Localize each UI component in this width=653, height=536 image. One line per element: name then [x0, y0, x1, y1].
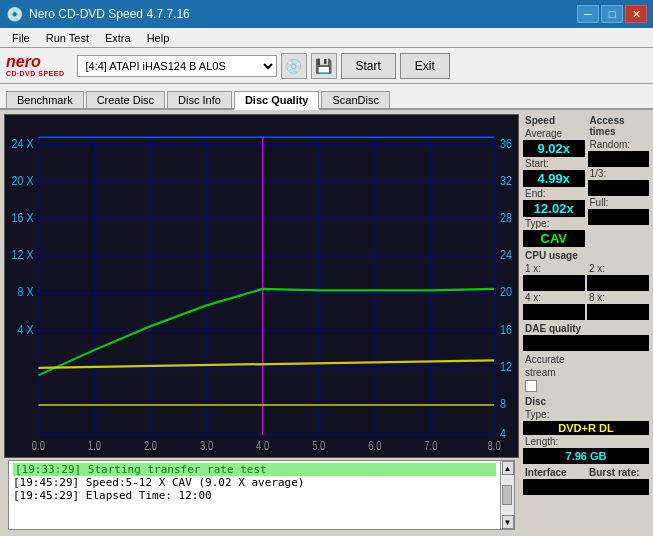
cpu-row: 1 x: 2 x: [523, 262, 649, 291]
log-scrollbar: ▲ ▼ [500, 461, 514, 529]
end-row: End: [523, 187, 585, 200]
start-value: 4.99x [523, 170, 585, 187]
scroll-thumb[interactable] [502, 485, 512, 505]
cpu-1x-label: 1 x: [523, 262, 585, 275]
accurate-label: Accurate [523, 353, 649, 366]
svg-text:0.0: 0.0 [32, 439, 45, 452]
start-button[interactable]: Start [341, 53, 396, 79]
tab-disc-quality[interactable]: Disc Quality [234, 91, 320, 110]
title-bar: 💿 Nero CD-DVD Speed 4.7.7.16 ─ □ ✕ [0, 0, 653, 28]
log-line-1: [19:33:29] Starting transfer rate test [13, 463, 496, 476]
svg-text:28: 28 [500, 210, 512, 225]
svg-text:12 X: 12 X [12, 247, 34, 262]
svg-text:7.0: 7.0 [424, 439, 437, 452]
tab-create-disc[interactable]: Create Disc [86, 91, 165, 108]
disc-length-value: 7.96 GB [523, 448, 649, 464]
cpu-4x-value [523, 304, 585, 320]
speed-label: Speed [523, 114, 585, 127]
log-area: [19:33:29] Starting transfer rate test [… [8, 460, 515, 530]
cpu-8x-value [587, 304, 649, 320]
disc-label: Disc [523, 395, 649, 408]
logo: nero CD·DVD SPEED [6, 54, 65, 77]
svg-text:16 X: 16 X [12, 210, 34, 225]
svg-text:1.0: 1.0 [88, 439, 101, 452]
menu-bar: File Run Test Extra Help [0, 28, 653, 48]
cpu-1x-value [523, 275, 585, 291]
scroll-down-button[interactable]: ▼ [502, 515, 514, 529]
svg-text:4.0: 4.0 [256, 439, 269, 452]
svg-text:6.0: 6.0 [368, 439, 381, 452]
svg-text:4 X: 4 X [18, 321, 34, 336]
cpu-8x-label: 8 x: [587, 291, 649, 304]
accurate-stream-checkbox-area [523, 379, 649, 393]
menu-extra[interactable]: Extra [97, 31, 139, 45]
right-panel: Speed Average 9.02x Start: 4.99x End: 12… [523, 110, 653, 536]
average-value: 9.02x [523, 140, 585, 157]
app-icon: 💿 [6, 6, 23, 22]
svg-rect-0 [5, 115, 518, 457]
svg-text:16: 16 [500, 321, 512, 336]
maximize-button[interactable]: □ [601, 5, 623, 23]
exit-button[interactable]: Exit [400, 53, 450, 79]
burst-col: Burst rate: [587, 466, 649, 479]
cpu-2x-col: 2 x: [587, 262, 649, 291]
interface-col: Interface [523, 466, 585, 479]
tab-disc-info[interactable]: Disc Info [167, 91, 232, 108]
save-icon-button[interactable]: 💾 [311, 53, 337, 79]
type-label: Type: [523, 217, 585, 230]
random-label: Random: [588, 138, 650, 151]
accurate-stream-checkbox[interactable] [525, 380, 537, 392]
start-label: Start: [523, 157, 551, 170]
svg-text:24: 24 [500, 247, 512, 262]
cpu-2x-value [587, 275, 649, 291]
full-value [588, 209, 650, 225]
dae-label: DAE quality [523, 322, 649, 335]
onethird-label: 1/3: [588, 167, 650, 180]
svg-text:12: 12 [500, 359, 512, 374]
access-times-label: Access times [588, 114, 650, 138]
disc-type-value: DVD+R DL [523, 421, 649, 435]
drive-select[interactable]: [4:4] ATAPI iHAS124 B AL0S [77, 55, 277, 77]
tab-scandisc[interactable]: ScanDisc [321, 91, 389, 108]
minimize-button[interactable]: ─ [577, 5, 599, 23]
cpu-4x-label: 4 x: [523, 291, 585, 304]
chart-area: 24 X 20 X 16 X 12 X 8 X 4 X 36 32 28 24 … [0, 110, 523, 536]
full-label: Full: [588, 196, 650, 209]
end-label: End: [523, 187, 548, 200]
app-title: Nero CD-DVD Speed 4.7.7.16 [29, 7, 190, 21]
svg-text:8 X: 8 X [18, 284, 34, 299]
interface-burst-row: Interface Burst rate: [523, 466, 649, 479]
dae-section: DAE quality [523, 322, 649, 351]
dae-value [523, 335, 649, 351]
tab-benchmark[interactable]: Benchmark [6, 91, 84, 108]
cpu-section: CPU usage 1 x: 2 x: 4 x: 8 x: [523, 249, 649, 320]
title-bar-left: 💿 Nero CD-DVD Speed 4.7.7.16 [6, 6, 190, 22]
cpu-row2: 4 x: 8 x: [523, 291, 649, 320]
title-bar-controls: ─ □ ✕ [577, 5, 647, 23]
svg-text:8: 8 [500, 396, 506, 411]
menu-run-test[interactable]: Run Test [38, 31, 97, 45]
log-content: [19:33:29] Starting transfer rate test [… [9, 461, 500, 529]
menu-file[interactable]: File [4, 31, 38, 45]
access-times-section: Access times Random: 1/3: Full: [588, 114, 650, 247]
logo-sub: CD·DVD SPEED [6, 70, 65, 77]
log-line-3: [19:45:29] Elapsed Time: 12:00 [13, 489, 496, 502]
svg-text:32: 32 [500, 173, 512, 188]
cpu-label: CPU usage [523, 249, 649, 262]
close-button[interactable]: ✕ [625, 5, 647, 23]
svg-text:2.0: 2.0 [144, 439, 157, 452]
disc-icon-button[interactable]: 💿 [281, 53, 307, 79]
menu-help[interactable]: Help [139, 31, 178, 45]
tabs: Benchmark Create Disc Disc Info Disc Qua… [0, 84, 653, 110]
svg-text:4: 4 [500, 426, 506, 441]
chart-svg: 24 X 20 X 16 X 12 X 8 X 4 X 36 32 28 24 … [5, 115, 518, 457]
scroll-up-button[interactable]: ▲ [502, 461, 514, 475]
average-label: Average [523, 127, 585, 140]
log-line-2: [19:45:29] Speed:5-12 X CAV (9.02 X aver… [13, 476, 496, 489]
svg-text:24 X: 24 X [12, 136, 34, 151]
accurate-stream-section: Accurate stream [523, 353, 649, 393]
cpu-8x-col: 8 x: [587, 291, 649, 320]
disc-length-label: Length: [523, 435, 649, 448]
cpu-4x-col: 4 x: [523, 291, 585, 320]
type-value: CAV [523, 230, 585, 247]
